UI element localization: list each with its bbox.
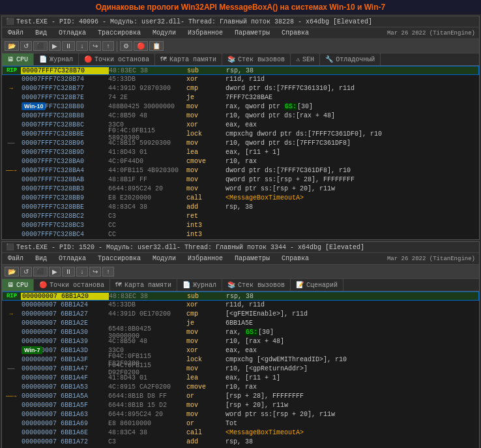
toolbar-pause-win10[interactable]: ⏸ [62,41,75,51]
table-row[interactable]: ——→000000007 6BB1A5A6644:8B1B D8 FFor[rs… [2,392,479,401]
col-bytes: 48:83EC 38 [109,293,187,300]
menu-file-win7[interactable]: Файл [6,254,25,263]
table-row[interactable]: 00007FFF7C328BC3CCint3 [2,221,479,230]
table-row[interactable]: 000000007 6BB1A6E48:83C4 38call<MessageB… [2,428,479,438]
menu-params-win7[interactable]: Параметры [233,254,272,263]
toolbar-stop-win10[interactable]: ⬛ [33,41,48,51]
table-row[interactable]: 00007FFF7C328BC2C3ret [2,212,479,221]
table-row[interactable]: 000000007 6BB1A306548:8B0425 30000000mov… [2,328,479,337]
toolbar-bp-win10[interactable]: 🔴 [134,41,148,51]
toolbar-open-win7[interactable]: 📂 [5,267,19,276]
table-row[interactable]: 000000007 6BB1A5F6644:8B1B 15 D2mov[rsp … [2,401,479,410]
debug-icon-win10: 🔧 [325,55,333,63]
col-mnem: mov [186,329,226,336]
table-row[interactable]: →00007FFF7C328B7744:391D 92870300cmpdwor… [2,84,479,93]
col-mnem: xor [186,301,226,308]
menu-modules-win10[interactable]: Модули [151,29,178,37]
menu-help-win7[interactable]: Справка [280,254,311,263]
tab-break-win10[interactable]: 🔴 Точки останова [79,53,155,65]
table-row[interactable]: 000000007 6BB1A2445:33DBxorr11d, r11d [2,301,479,310]
toolbar-stepinto-win7[interactable]: ↓ [76,267,88,276]
table-row[interactable]: 000000007 6BB1A69E8 86010000orTot [2,419,479,428]
tab-seh-win10[interactable]: ⚠ SEH [291,53,320,65]
menu-modules-win7[interactable]: Модули [151,254,178,263]
tab-cpu-win10[interactable]: 🖥 CPU [2,53,34,65]
table-row[interactable]: RIP00007FFF7C328B7048:83EC 38subrsp, 38 [2,66,479,75]
table-row[interactable]: 00007FFF7C328BB9E8 E2020000call<MessageB… [2,194,479,203]
table-row[interactable]: 000000007 6BB1A534C:8915 CA2F0200cmover1… [2,383,479,392]
menu-trace-win7[interactable]: Трассировка [96,254,143,263]
menu-params-win10[interactable]: Параметры [233,29,272,37]
window-title-win10: ⬛ Test.EXE - PID: 40096 - Модуль: user32… [2,16,479,27]
tab-break-win7[interactable]: 🔴 Точки останова [34,279,110,291]
table-row[interactable]: 000000007 6BB1A4F41:8D43 01leaeax, [r11 … [2,374,479,383]
tab-script-win7[interactable]: 📝 Сценарий [291,279,343,291]
table-row[interactable]: 000000007 6BB1A2Eje6BB1A5E [2,319,479,328]
table-row[interactable]: ——00007FFF7C328B964C:8B15 59920300movr10… [2,139,479,148]
tab-debug-win10[interactable]: 🔧 Отладочный [320,53,381,65]
table-row[interactable]: 00007FFF7C328BA04C:0F44D0cmover10, rax [2,157,479,166]
table-row[interactable]: 000000007 6BB1A636644:895C24 20movword p… [2,410,479,419]
window-win7: ⬛ Test.EXE - PID: 1520 - Модуль: user32.… [1,241,480,448]
stack-icon-win7: 📚 [227,281,235,289]
toolbar-run-win7[interactable]: ▶ [49,267,61,276]
table-row[interactable]: 000000007 6BB1A394C:8B50 48movr10, [rax … [2,337,479,346]
menu-help-win10[interactable]: Справка [280,29,311,37]
menu-fav-win7[interactable]: Избранное [186,254,225,263]
toolbar-stop-win7[interactable]: ⬛ [33,267,48,276]
table-row[interactable]: 000000007 6BB1A3FF04C:0FB115 E82F0200loc… [2,355,479,365]
toolbar-mem-win10[interactable]: 📋 [149,41,164,51]
toolbar-stayout-win7[interactable]: ↑ [102,267,114,276]
tab-log-win10[interactable]: 📄 Журнал [34,53,79,65]
menu-view-win7[interactable]: Вид [33,254,49,263]
toolbar-stepinto-win10[interactable]: ↓ [76,41,88,51]
col-bytes: CC [108,231,186,238]
menu-debug-win7[interactable]: Отладка [57,254,88,263]
table-row[interactable]: 00007FFF7C328B7445:33DBxorr11d, r11d [2,75,479,84]
table-row[interactable]: ——→00007FFF7C328BA444:0FB115 4B920300mov… [2,166,479,175]
toolbar-stepover-win10[interactable]: ↪ [89,41,101,51]
table-row[interactable]: RIP000000007 6BB1A2048:83EC 38subrsp, 38 [2,291,479,301]
table-row[interactable]: 00007FFF7C328BC4CCint3 [2,230,479,239]
tab-map-win7[interactable]: 🗺 Карта памяти [110,279,177,291]
table-row[interactable]: 00007FFF7C328B8EF0:4C:0FB115 58920300loc… [2,130,479,139]
col-ops: [<gFEMIEnable>], r11d [226,310,479,318]
col-addr: 00007FFF7C328B96 [20,140,108,147]
table-row[interactable]: 00007FFF7C328B8C33C0xoreax, eax [2,121,479,130]
col-bytes: 74 2E [108,94,186,101]
table-row[interactable]: 00007FFF7C328BBE48:83C4 38addrsp, 38 [2,203,479,212]
table-row[interactable]: 00007FFF7C328BB36644:895C24 20movword pt… [2,185,479,194]
menu-debug-win10[interactable]: Отладка [57,29,88,37]
tab-cpu-win7[interactable]: 🖥 CPU [2,279,34,291]
table-row[interactable]: 000000007 6BB1A3D33C0xoreax, eax [2,346,479,355]
table-row[interactable]: 00007FFF7C328B7E74 2Eje7FFF7C328BAE [2,93,479,102]
menu-view-win10[interactable]: Вид [33,29,49,37]
table-row[interactable]: 00007FFF7C328B884C:8B50 48movr10, qword … [2,112,479,121]
col-ops: 7FFF7C328BAE [226,94,479,101]
table-row[interactable]: →000000007 6BB1A2744:391D 0E170200cmp[<g… [2,310,479,319]
table-row[interactable]: 00007FFF7C328B9D41:8D43 01leaeax, [r11 +… [2,148,479,157]
menu-trace-win10[interactable]: Трассировка [96,29,143,37]
col-bytes: 4C:8B15 59920300 [108,140,186,147]
tab-log-win7[interactable]: 📄 Журнал [177,279,222,291]
toolbar-open-win10[interactable]: 📂 [5,41,19,51]
col-addr: 000000007 6BB1A27 [20,310,108,318]
menu-file-win10[interactable]: Файл [6,29,25,37]
table-row[interactable]: ——000000007 6BB1A47F04C:0FB115 D92F0200m… [2,365,479,374]
col-mnem: mov [186,365,226,372]
toolbar-restart-win7[interactable]: ↺ [20,267,32,276]
toolbar-pause-win7[interactable]: ⏸ [62,267,75,276]
toolbar-restart-win10[interactable]: ↺ [20,41,32,51]
tab-stack-win7[interactable]: 📚 Стек вызовов [222,279,291,291]
toolbar-run-win10[interactable]: ▶ [49,41,61,51]
tab-stack-win10[interactable]: 📚 Стек вызовов [222,53,291,65]
table-row[interactable]: 00007FFF7C328B80488B0425 30000000movrax,… [2,102,479,112]
toolbar-stayout-win10[interactable]: ↑ [102,41,114,51]
toolbar-asm-win10[interactable]: ⚙ [120,41,132,51]
menu-fav-win10[interactable]: Избранное [186,29,225,37]
col-mnem: cmp [186,85,226,92]
tab-map-win10[interactable]: 🗺 Карта памяти [155,53,222,65]
table-row[interactable]: 000000007 6BB1A72C3addrsp, 38 [2,438,479,447]
table-row[interactable]: 00007FFF7C328BAB48:8B1F FFmovqword ptr s… [2,175,479,185]
toolbar-stepover-win7[interactable]: ↪ [89,267,101,276]
